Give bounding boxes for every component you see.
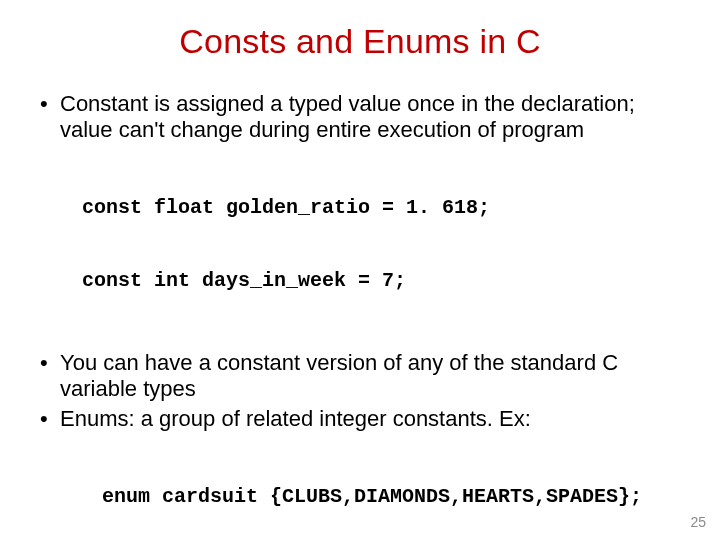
bullet-list: You can have a constant version of any o… [36, 350, 684, 432]
bullet-text: Constant is assigned a typed value once … [60, 91, 635, 142]
bullet-text: Enums: a group of related integer consta… [60, 406, 531, 431]
bullet-item: You can have a constant version of any o… [36, 350, 684, 402]
bullet-list: Constant is assigned a typed value once … [36, 91, 684, 143]
code-line: enum cardsuit {CLUBS,DIAMONDS,HEARTS,SPA… [102, 485, 684, 509]
bullet-item: Enums: a group of related integer consta… [36, 406, 684, 432]
code-line: const int days_in_week = 7; [82, 269, 684, 293]
code-block: const float golden_ratio = 1. 618; const… [82, 147, 684, 342]
slide: Consts and Enums in C Constant is assign… [0, 0, 720, 540]
page-number: 25 [690, 514, 706, 530]
slide-title: Consts and Enums in C [36, 22, 684, 61]
code-line: const float golden_ratio = 1. 618; [82, 196, 684, 220]
bullet-text: You can have a constant version of any o… [60, 350, 618, 401]
bullet-item: Constant is assigned a typed value once … [36, 91, 684, 143]
code-block: enum cardsuit {CLUBS,DIAMONDS,HEARTS,SPA… [102, 436, 684, 540]
